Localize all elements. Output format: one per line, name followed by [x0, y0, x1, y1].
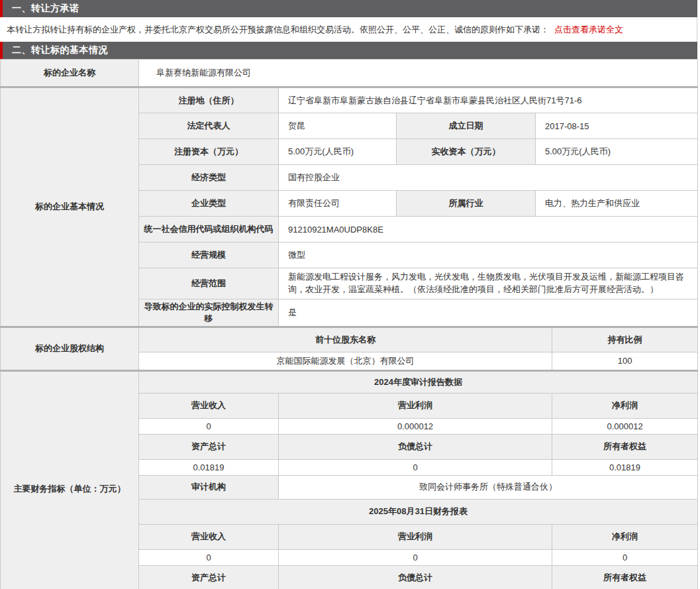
r1-op-profit: 0.000012: [279, 418, 552, 434]
view-full-commitment-link[interactable]: 点击查看承诺全文: [554, 24, 623, 36]
net-profit-header: 净利润: [552, 524, 698, 549]
revenue-header: 营业收入: [139, 524, 279, 549]
founded-label: 成立日期: [397, 113, 536, 139]
r2-revenue: 0: [139, 549, 279, 565]
reg-address-value: 辽宁省阜新市阜新蒙古族自治县辽宁省阜新市阜蒙县民治社区人民街71号71-6: [279, 87, 698, 113]
company-type-value: 有限责任公司: [279, 191, 397, 217]
holder-value: 京能国际能源发展（北京）有限公司: [139, 352, 552, 370]
listing-page: 一、转让方承诺 本转让方拟转让持有标的企业产权，并委托北京产权交易所公开预披露信…: [0, 0, 697, 589]
legal-rep-label: 法定代表人: [139, 113, 279, 139]
basic-info-section-label: 标的企业基本情况: [1, 87, 139, 327]
section-header-target-basic-info: 二、转让标的基本情况: [0, 42, 697, 59]
legal-rep-value: 贺昆: [279, 113, 397, 139]
control-transfer-value: 是: [279, 299, 698, 327]
founded-value: 2017-08-15: [536, 113, 698, 139]
scope-label: 经营范围: [139, 268, 279, 299]
net-profit-header: 净利润: [552, 393, 698, 418]
r1-liabilities: 0: [279, 459, 552, 475]
section-header-transferor-commitment: 一、转让方承诺: [0, 0, 697, 17]
company-type-label: 企业类型: [139, 191, 279, 217]
revenue-header: 营业收入: [139, 393, 279, 418]
r1-revenue: 0: [139, 418, 279, 434]
r1-assets: 0.01819: [139, 459, 279, 475]
industry-label: 所属行业: [397, 191, 536, 217]
section-title: 二、转让标的基本情况: [12, 44, 108, 56]
table-row: 标的企业股权结构 前十位股东名称 持有比例: [1, 327, 698, 352]
auditor-label: 审计机构: [139, 475, 279, 499]
owners-equity-header: 所有者权益: [552, 565, 698, 589]
company-name-label: 标的企业名称: [1, 60, 139, 87]
table-row: 标的企业基本情况 注册地（住所） 辽宁省阜新市阜新蒙古族自治县辽宁省阜新市阜蒙县…: [1, 87, 698, 113]
equity-section-label: 标的企业股权结构: [1, 327, 139, 370]
credit-code-label: 统一社会信用代码或组织机构代码: [139, 217, 279, 242]
reg-address-label: 注册地（住所）: [139, 87, 279, 113]
econ-type-label: 经济类型: [139, 165, 279, 191]
ratio-header: 持有比例: [552, 327, 698, 352]
r2-op-profit: 0: [279, 549, 552, 565]
r2-net-profit: 0: [552, 549, 698, 565]
assets-header: 资产总计: [139, 565, 279, 589]
company-name-value: 阜新赛纳新能源有限公司: [139, 60, 698, 87]
paid-capital-value: 5.00万元(人民币): [536, 139, 698, 165]
r1-owners-equity: 0.01819: [552, 459, 698, 475]
target-info-table: 标的企业名称 阜新赛纳新能源有限公司 标的企业基本情况 注册地（住所） 辽宁省阜…: [0, 59, 698, 589]
commitment-text: 本转让方拟转让持有标的企业产权，并委托北京产权交易所公开预披露信息和组织交易活动…: [7, 24, 549, 36]
table-row: 主要财务指标（单位：万元） 2024年度审计报告数据: [1, 370, 698, 393]
op-profit-header: 营业利润: [279, 524, 552, 549]
r1-net-profit: 0.000012: [552, 418, 698, 434]
paid-capital-label: 实收资本（万元）: [397, 139, 536, 165]
econ-type-value: 国有控股企业: [279, 165, 698, 191]
table-row: 标的企业名称 阜新赛纳新能源有限公司: [1, 60, 698, 87]
credit-code-value: 91210921MA0UDP8K8E: [279, 217, 698, 242]
commitment-paragraph: 本转让方拟转让持有标的企业产权，并委托北京产权交易所公开预披露信息和组织交易活动…: [0, 17, 697, 42]
scale-value: 微型: [279, 242, 698, 268]
section-title: 一、转让方承诺: [12, 3, 79, 15]
report1-title: 2024年度审计报告数据: [139, 370, 698, 393]
scope-value: 新能源发电工程设计服务，风力发电，光伏发电，生物质发电，光伏项目开发及运维，新能…: [279, 268, 698, 299]
liabilities-header: 负债总计: [279, 565, 552, 589]
holder-header: 前十位股东名称: [139, 327, 552, 352]
liabilities-header: 负债总计: [279, 434, 552, 459]
owners-equity-header: 所有者权益: [552, 434, 698, 459]
reg-capital-value: 5.00万元(人民币): [279, 139, 397, 165]
financials-section-label: 主要财务指标（单位：万元）: [1, 370, 139, 589]
reg-capital-label: 注册资本（万元）: [139, 139, 279, 165]
control-transfer-label: 导致标的企业的实际控制权发生转移: [139, 299, 279, 327]
ratio-value: 100: [552, 352, 698, 370]
industry-value: 电力、热力生产和供应业: [536, 191, 698, 217]
auditor-value: 致同会计师事务所（特殊普通合伙）: [279, 475, 698, 499]
op-profit-header: 营业利润: [279, 393, 552, 418]
report2-title: 2025年08月31日财务报表: [139, 499, 698, 524]
scale-label: 经营规模: [139, 242, 279, 268]
assets-header: 资产总计: [139, 434, 279, 459]
